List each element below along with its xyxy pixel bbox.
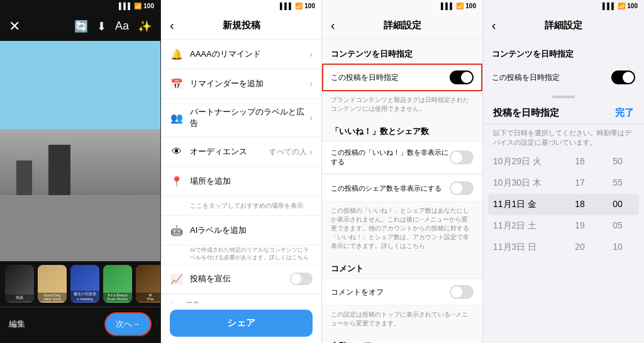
menu-item-partnership[interactable]: 👥 パートナーシップのラベルと広告 › [161, 99, 321, 137]
next-button[interactable]: 次へ→ [104, 312, 152, 336]
schedule-toggle[interactable] [450, 70, 474, 84]
chevron-icon-4: › [309, 147, 313, 157]
signal-icon-3: ▌▌▌ [441, 3, 454, 9]
story-thumb[interactable]: Good DayJake Scott [38, 265, 67, 303]
settings-item-comments-off[interactable]: コメントをオフ [322, 278, 482, 306]
back-icon-4[interactable]: ‹ [492, 18, 496, 33]
hour-col-3: 19 [564, 220, 596, 232]
story-thumb[interactable]: MPha [136, 265, 160, 303]
detail-settings-panel: ▌▌▌ 📶 100 ‹ 詳細設定 コンテンツを日時指定 この投稿を日時指定 ブラ… [322, 0, 483, 343]
settings-item-schedule[interactable]: この投稿を日時指定 [322, 64, 482, 91]
hide-shares-toggle[interactable] [450, 181, 474, 195]
date-col-4: 11月3日 日 [493, 242, 558, 253]
story-label-0: 簡易 [5, 295, 34, 301]
menu-text-audience: オーディエンス [190, 146, 269, 157]
panel4-header: ‹ 詳細設定 [483, 12, 644, 40]
schedule-toggle-4[interactable] [611, 70, 635, 84]
ai-hint: AIで作成された特定のリアルなコンテンツにラベルを付ける必要があります。詳しくは… [190, 247, 313, 261]
editor-bottom-bar: 編集 次へ→ [0, 306, 160, 341]
wifi-icon-2: 📶 [295, 3, 303, 9]
panel4-title: 詳細設定 [545, 20, 582, 31]
section-title-schedule: コンテンツを日時指定 [322, 40, 482, 64]
share-button[interactable]: シェア [170, 310, 313, 337]
hour-col-0: 16 [564, 156, 596, 167]
battery-icon: 100 [143, 3, 154, 9]
menu-text-promote: 投稿を宣伝 [190, 273, 290, 284]
story-thumb[interactable]: 魔女の宅急便e Healing [70, 265, 99, 303]
edit-label: 編集 [9, 318, 25, 330]
text-icon[interactable]: Aa [115, 20, 129, 33]
signal-icon-4: ▌▌▌ [602, 3, 616, 9]
story-label-3: It's a BeautiEvan McHur [103, 293, 132, 301]
settings-item-schedule-4[interactable]: この投稿を日時指定 [483, 64, 644, 91]
audience-right-text: すべての人 [269, 147, 307, 157]
panel3-title: 詳細設定 [384, 20, 421, 31]
date-picker-row-3: 11月2日 土 19 05 [483, 215, 644, 237]
date-picker-row-selected[interactable]: 11月1日 金 18 00 [488, 194, 639, 215]
promote-toggle[interactable] [290, 273, 313, 285]
hour-col-2: 18 [564, 199, 596, 210]
story-thumb[interactable]: 簡易 [5, 265, 34, 303]
section-title-schedule-4: コンテンツを日時指定 [483, 40, 644, 64]
location-hint: ここをタップしておすすめの場所を表示 [190, 201, 313, 210]
sparkle-icon[interactable]: ✨ [138, 20, 152, 33]
menu-text-ai: AIラベルを追加 [190, 225, 313, 236]
min-col-1: 55 [601, 177, 634, 189]
editor-icons-right: 🔄 ⬇ Aa ✨ [74, 20, 152, 33]
menu-item-promote[interactable]: 📈 投稿を宣伝 [161, 264, 321, 294]
audience-icon: 👁 [170, 145, 184, 159]
camera-flip-icon[interactable]: 🔄 [74, 20, 88, 33]
close-icon[interactable]: ✕ [9, 18, 20, 35]
download-icon[interactable]: ⬇ [97, 20, 106, 33]
stories-row: 簡易 Good DayJake Scott 魔女の宅急便e Healing It… [0, 261, 160, 306]
battery-icon-4: 100 [627, 3, 638, 9]
date-picker-panel: ▌▌▌ 📶 100 ‹ 詳細設定 コンテンツを日時指定 この投稿を日時指定 投稿… [483, 0, 644, 343]
date-col-3: 11月2日 土 [493, 220, 558, 232]
section-title-autoshare: 自動シェア [322, 332, 482, 343]
menu-item-reminder[interactable]: 📅 リマインダーを追加 › [161, 69, 321, 99]
hide-shares-text: この投稿のシェア数を非表示にする [331, 184, 450, 193]
spacer-icon [170, 199, 184, 213]
share-section-header: シェア先 [161, 294, 321, 303]
settings-item-hide-shares[interactable]: この投稿のシェア数を非表示にする [322, 174, 482, 202]
comments-off-toggle[interactable] [450, 285, 474, 299]
min-col-3: 05 [601, 220, 634, 232]
panel3-header: ‹ 詳細設定 [322, 12, 482, 40]
menu-item-reminder-0[interactable]: 🔔 AAAAのリマインド › [161, 40, 321, 69]
chevron-icon: › [309, 49, 313, 59]
panel2-title: 新規投稿 [223, 20, 260, 31]
section-title-likes: 「いいね！」数とシェア数 [322, 117, 482, 141]
wifi-icon: 📶 [134, 3, 142, 9]
battery-icon-2: 100 [304, 3, 315, 9]
menu-text-reminder-0: AAAAのリマインド [190, 48, 309, 60]
back-icon-2[interactable]: ‹ [170, 18, 174, 33]
settings-item-hide-likes[interactable]: この投稿の「いいね！」数を非表示にする [322, 141, 482, 174]
menu-item-ai[interactable]: 🤖 AIラベルを追加 [161, 216, 321, 245]
hide-likes-toggle[interactable] [450, 150, 474, 164]
hour-col-1: 17 [564, 177, 596, 189]
menu-item-ai-sub: AIで作成された特定のリアルなコンテンツにラベルを付ける必要があります。詳しくは… [161, 245, 321, 264]
story-thumb[interactable]: It's a BeautiEvan McHur [103, 265, 132, 303]
preview-area [0, 41, 160, 261]
min-col-2: 00 [601, 199, 634, 210]
date-picker-rows: 10月29日 火 16 50 10月30日 木 17 55 11月1日 金 18… [483, 151, 644, 258]
wifi-icon-3: 📶 [456, 3, 464, 9]
date-picker-row-1: 10月30日 木 17 55 [483, 172, 644, 194]
new-post-panel: ▌▌▌ 📶 100 ‹ 新規投稿 🔔 AAAAのリマインド › 📅 リマインダー… [161, 0, 322, 343]
date-col-0: 10月29日 火 [493, 156, 558, 167]
settings-list: コンテンツを日時指定 この投稿を日時指定 ブランドコンテンツと製品タグは日時指定… [322, 40, 482, 343]
section-title-comments: コメント [322, 254, 482, 278]
building-2 [16, 160, 32, 195]
likes-sub-text: この投稿の「いいね！」とシェア数はあなたにしか表示されません。これは後に···メ… [322, 203, 482, 254]
menu-list: 🔔 AAAAのリマインド › 📅 リマインダーを追加 › 👥 パートナーシップの… [161, 40, 321, 303]
chevron-icon-3: › [309, 113, 313, 123]
date-picker-title: 投稿を日時指定 [493, 107, 559, 119]
panel4-top-settings: コンテンツを日時指定 この投稿を日時指定 [483, 40, 644, 92]
status-bar-4: ▌▌▌ 📶 100 [483, 0, 644, 12]
schedule-text-4: この投稿を日時指定 [492, 72, 611, 83]
menu-item-audience[interactable]: 👁 オーディエンス すべての人 › [161, 137, 321, 167]
menu-item-location[interactable]: 📍 場所を追加 [161, 167, 321, 196]
wifi-icon-4: 📶 [618, 3, 625, 9]
date-picker-done-button[interactable]: 完了 [615, 107, 634, 119]
back-icon-3[interactable]: ‹ [331, 18, 335, 33]
